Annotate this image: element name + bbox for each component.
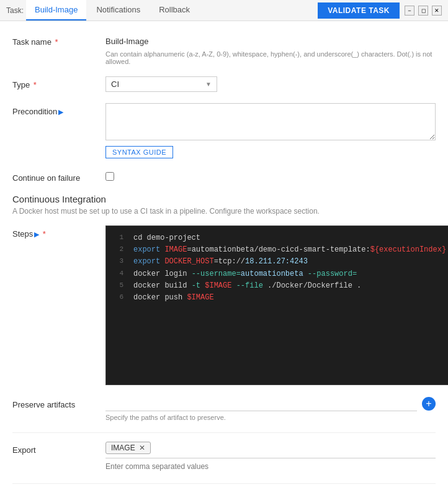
preserve-artifacts-row: Preserve artifacts + Specify the paths o…	[12, 396, 436, 421]
export-field: IMAGE ✕	[105, 442, 436, 472]
continue-failure-checkbox[interactable]	[105, 172, 114, 181]
continue-failure-checkbox-wrapper	[105, 170, 436, 181]
tag-label: IMAGE	[111, 444, 135, 452]
type-field: CI ▼	[105, 76, 436, 92]
code-line-empty-6	[106, 366, 448, 378]
preserve-artifacts-label: Preserve artifacts	[12, 396, 105, 409]
code-editor[interactable]: 1 cd demo-project 2 export IMAGE=automat…	[105, 225, 448, 385]
continue-failure-row: Continue on failure	[12, 170, 436, 183]
preserve-artifacts-hint: Specify the paths of artifact to preserv…	[105, 414, 436, 421]
tab-prefix: Task:	[6, 6, 24, 15]
precondition-row: Precondition▶ SYNTAX GUIDE	[12, 103, 436, 158]
validate-task-button[interactable]: VALIDATE TASK	[318, 2, 400, 19]
section-title: Continuous Integration	[12, 194, 436, 204]
tag-remove-icon[interactable]: ✕	[139, 444, 145, 452]
syntax-guide-button[interactable]: SYNTAX GUIDE	[105, 146, 173, 158]
steps-row: Steps▶ * 1 cd demo-project 2 export IMAG…	[12, 225, 436, 385]
tab-build-image[interactable]: Build-Image	[26, 0, 86, 20]
code-line-empty-3	[106, 329, 448, 341]
precondition-info-icon[interactable]: ▶	[58, 108, 63, 116]
code-line-1: 1 cd demo-project	[106, 232, 448, 244]
code-line-empty-4	[106, 341, 448, 353]
code-line-empty-1	[106, 304, 448, 316]
precondition-field: SYNTAX GUIDE	[105, 103, 436, 158]
steps-label: Steps▶ *	[12, 225, 105, 239]
add-artifact-button[interactable]: +	[422, 397, 436, 411]
export-input[interactable]	[105, 461, 436, 472]
export-label: Export	[12, 442, 105, 455]
steps-field: 1 cd demo-project 2 export IMAGE=automat…	[105, 225, 448, 385]
precondition-label: Precondition▶	[12, 103, 105, 116]
close-button[interactable]: ✕	[432, 6, 442, 16]
continue-failure-field	[105, 170, 436, 181]
divider-2	[12, 483, 436, 484]
code-line-empty-2	[106, 316, 448, 329]
type-selected-value: CI	[111, 80, 119, 89]
export-row: Export IMAGE ✕	[12, 442, 436, 472]
export-tags: IMAGE ✕	[105, 442, 436, 458]
steps-info-icon[interactable]: ▶	[34, 230, 39, 238]
minimize-button[interactable]: −	[405, 6, 414, 16]
type-dropdown[interactable]: CI ▼	[105, 76, 217, 92]
section-desc: A Docker host must be set up to use a CI…	[12, 207, 436, 216]
export-tag-image: IMAGE ✕	[105, 442, 151, 454]
code-line-4: 4 docker login --username=automationbeta…	[106, 268, 448, 280]
tab-bar: Task: Build-Image Notifications Rollback…	[0, 0, 448, 21]
artifact-row: +	[105, 396, 436, 411]
task-name-label: Task name *	[12, 34, 105, 47]
code-line-6: 6 docker push $IMAGE	[106, 292, 448, 304]
type-row: Type * CI ▼	[12, 76, 436, 92]
type-label: Type *	[12, 76, 105, 89]
tab-notifications[interactable]: Notifications	[87, 0, 149, 20]
window-controls: − ◻ ✕	[405, 6, 442, 16]
preserve-artifacts-field: + Specify the paths of artifact to prese…	[105, 396, 436, 421]
precondition-textarea[interactable]	[105, 103, 436, 140]
main-content: Task name * Build-Image Can contain alph…	[0, 21, 448, 487]
continue-failure-label: Continue on failure	[12, 170, 105, 183]
required-indicator: *	[53, 37, 58, 47]
code-line-5: 5 docker build -t $IMAGE --file ./Docker…	[106, 280, 448, 292]
code-line-empty-5	[106, 353, 448, 366]
divider-1	[12, 432, 436, 433]
task-name-field: Build-Image Can contain alphanumeric (a-…	[105, 34, 436, 65]
task-name-value: Build-Image	[105, 34, 436, 49]
tab-rollback[interactable]: Rollback	[150, 0, 199, 20]
task-name-row: Task name * Build-Image Can contain alph…	[12, 34, 436, 65]
code-line-3: 3 export DOCKER_HOST=tcp://18.211.27:424…	[106, 256, 448, 268]
task-name-hint: Can contain alphanumeric (a-z, A-Z, 0-9)…	[105, 50, 436, 65]
code-line-2: 2 export IMAGE=automationbeta/demo-cicd-…	[106, 244, 448, 256]
artifact-input[interactable]	[105, 396, 417, 411]
restore-button[interactable]: ◻	[418, 6, 428, 16]
dropdown-arrow-icon: ▼	[205, 81, 212, 88]
